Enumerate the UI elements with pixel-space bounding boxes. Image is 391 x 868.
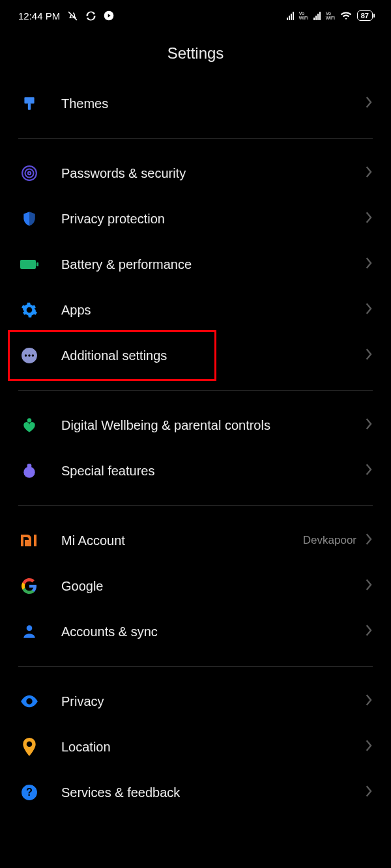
label: Digital Wellbeing & parental controls (61, 418, 270, 433)
label: Themes (61, 96, 108, 111)
settings-item-services[interactable]: ? Services & feedback (0, 770, 391, 815)
label: Mi Account (61, 533, 125, 548)
settings-item-privacy-protection[interactable]: Privacy protection (0, 196, 391, 242)
svg-point-13 (23, 467, 35, 478)
label: Location (61, 740, 111, 755)
person-icon (18, 621, 40, 643)
svg-rect-1 (24, 97, 34, 104)
google-logo-icon (18, 575, 40, 597)
play-icon (103, 10, 115, 21)
sync-icon (85, 10, 96, 21)
battery-icon (18, 253, 40, 275)
vowifi-1-icon: VoWiFi (299, 11, 308, 20)
settings-item-accounts-sync[interactable]: Accounts & sync (0, 609, 391, 654)
notification-mute-icon (66, 10, 78, 21)
chevron-right-icon (366, 348, 373, 363)
label: Special features (61, 464, 154, 479)
chevron-right-icon (366, 464, 373, 478)
settings-list: Themes Passwords & security Privacy prot… (0, 81, 391, 815)
divider (18, 505, 373, 506)
svg-point-15 (27, 625, 33, 631)
chevron-right-icon (366, 579, 373, 593)
wifi-icon (340, 10, 352, 21)
svg-rect-7 (36, 262, 38, 266)
help-icon: ? (18, 781, 40, 804)
label: Battery & performance (61, 257, 192, 272)
settings-item-battery[interactable]: Battery & performance (0, 242, 391, 287)
svg-point-10 (28, 354, 30, 356)
svg-rect-2 (28, 104, 31, 110)
label: Additional settings (61, 348, 167, 363)
chevron-right-icon (366, 624, 373, 639)
status-bar: 12:44 PM VoWiFi VoWiFi 87 (0, 0, 391, 31)
chevron-right-icon (366, 257, 373, 272)
chevron-right-icon (366, 166, 373, 180)
chevron-right-icon (366, 96, 373, 111)
label: Accounts & sync (61, 624, 158, 639)
chevron-right-icon (366, 694, 373, 708)
settings-item-themes[interactable]: Themes (0, 81, 391, 126)
chevron-right-icon (366, 740, 373, 754)
settings-item-special[interactable]: Special features (0, 448, 391, 494)
gear-icon (18, 299, 40, 321)
settings-item-google[interactable]: Google (0, 563, 391, 609)
divider (18, 666, 373, 667)
mi-logo-icon (18, 529, 40, 552)
svg-point-4 (25, 169, 34, 178)
svg-point-12 (27, 418, 32, 423)
settings-item-location[interactable]: Location (0, 724, 391, 770)
themes-icon (18, 92, 40, 115)
eye-icon (18, 690, 40, 712)
settings-item-mi-account[interactable]: Mi Account Devkapoor (0, 518, 391, 563)
mi-account-value: Devkapoor (303, 534, 356, 547)
signal-2-icon (313, 12, 321, 20)
settings-item-apps[interactable]: Apps (0, 287, 391, 333)
flask-icon (18, 460, 40, 482)
chevron-right-icon (366, 212, 373, 226)
svg-point-5 (28, 172, 31, 175)
svg-rect-14 (27, 464, 32, 468)
label: Google (61, 579, 104, 594)
dots-icon (18, 344, 40, 367)
battery-icon: 87 (357, 10, 373, 21)
label: Privacy protection (61, 212, 165, 227)
svg-point-16 (28, 700, 31, 703)
location-pin-icon (18, 736, 40, 758)
chevron-right-icon (366, 785, 373, 800)
svg-point-11 (32, 354, 34, 356)
shield-icon (18, 208, 40, 230)
wellbeing-icon (18, 414, 40, 436)
divider (18, 390, 373, 391)
page-title: Settings (0, 31, 391, 81)
label: Services & feedback (61, 785, 180, 800)
chevron-right-icon (366, 533, 373, 548)
label: Privacy (61, 694, 104, 709)
label: Passwords & security (61, 166, 186, 181)
divider (18, 138, 373, 139)
status-time: 12:44 PM (18, 10, 60, 21)
label: Apps (61, 303, 91, 318)
svg-rect-6 (20, 260, 36, 269)
chevron-right-icon (366, 303, 373, 317)
signal-1-icon (287, 12, 294, 20)
settings-item-wellbeing[interactable]: Digital Wellbeing & parental controls (0, 402, 391, 448)
vowifi-2-icon: VoWiFi (326, 11, 335, 20)
chevron-right-icon (366, 418, 373, 432)
settings-item-privacy[interactable]: Privacy (0, 679, 391, 724)
svg-point-9 (25, 354, 27, 356)
settings-item-additional[interactable]: Additional settings (0, 333, 391, 378)
fingerprint-icon (18, 162, 40, 184)
settings-item-passwords[interactable]: Passwords & security (0, 150, 391, 196)
svg-text:?: ? (26, 786, 33, 798)
